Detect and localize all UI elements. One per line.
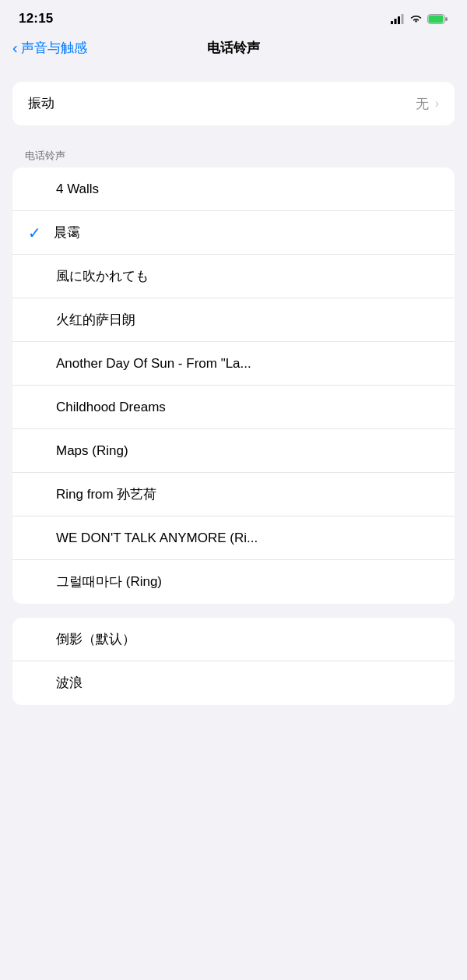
ringtone-item[interactable]: Maps (Ring) [12,429,455,473]
svg-rect-0 [391,21,393,24]
ringtone-section-label: 电话铃声 [0,149,467,167]
ringtone-item[interactable]: 風に吹かれても [12,255,455,298]
checkmark-icon: ✓ [28,224,41,242]
ringtone-label: Maps (Ring) [56,431,439,471]
status-time: 12:15 [19,11,53,26]
ringtone-label: Another Day Of Sun - From "La... [56,344,439,384]
ringtone-label: WE DON'T TALK ANYMORE (Ri... [56,518,439,559]
ringtone-item[interactable]: WE DON'T TALK ANYMORE (Ri... [12,516,455,560]
status-bar: 12:15 [0,0,467,33]
vibration-card: 振动 无 › [12,82,455,125]
ringtone-label: 그럴때마다 (Ring) [56,562,439,602]
back-chevron-icon: ‹ [12,40,18,55]
vibration-label: 振动 [28,83,416,124]
svg-rect-3 [402,14,404,24]
ringtone-label: Childhood Dreams [56,387,439,428]
ringtone-list: 4 Walls✓晨霭風に吹かれても火红的萨日朗Another Day Of Su… [12,167,455,604]
ringtone-label: 晨霭 [54,213,439,253]
battery-icon [427,14,448,24]
svg-rect-2 [398,16,400,24]
svg-rect-6 [445,17,448,21]
page-title: 电话铃声 [207,39,260,57]
ringtone-item[interactable]: Another Day Of Sun - From "La... [12,342,455,386]
chevron-right-icon: › [435,97,439,111]
status-icons [391,14,448,24]
ringtone-section: 电话铃声 4 Walls✓晨霭風に吹かれても火红的萨日朗Another Day … [0,149,467,604]
signal-icon [391,14,405,24]
back-button[interactable]: ‹ 声音与触感 [12,39,87,57]
ringtone-label: 火红的萨日朗 [56,300,439,340]
ringtone-item[interactable]: 그럴때마다 (Ring) [12,560,455,604]
svg-rect-1 [395,19,397,24]
default-ringtone-item[interactable]: 倒影（默认） [12,618,455,661]
svg-rect-5 [429,15,444,23]
default-ringtone-label: 波浪 [56,663,439,703]
default-ringtone-list: 倒影（默认）波浪 [12,618,455,705]
vibration-value: 无 [416,95,429,113]
ringtone-label: Ring from 孙艺荷 [56,474,439,515]
default-ringtone-label: 倒影（默认） [56,619,439,660]
vibration-row[interactable]: 振动 无 › [12,82,455,125]
wifi-icon [409,14,423,24]
default-ringtone-item[interactable]: 波浪 [12,661,455,705]
ringtone-label: 風に吹かれても [56,256,439,297]
ringtone-item[interactable]: Ring from 孙艺荷 [12,473,455,516]
ringtone-item[interactable]: ✓晨霭 [12,211,455,255]
ringtone-item[interactable]: Childhood Dreams [12,386,455,429]
ringtone-item[interactable]: 火红的萨日朗 [12,298,455,342]
ringtone-item[interactable]: 4 Walls [12,167,455,211]
back-label: 声音与触感 [21,39,87,57]
ringtone-label: 4 Walls [56,169,439,210]
nav-bar: ‹ 声音与触感 电话铃声 [0,33,467,66]
